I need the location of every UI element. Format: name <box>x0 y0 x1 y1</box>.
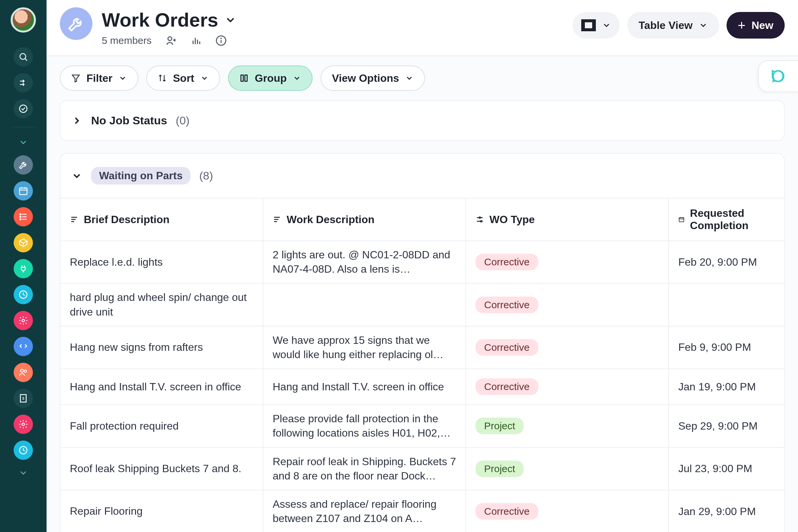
box-icon[interactable] <box>14 233 33 252</box>
filter-label: Filter <box>87 72 112 84</box>
page-title: Work Orders <box>102 8 218 31</box>
svg-point-4 <box>20 105 27 113</box>
cell-brief: Hang new signs from rafters <box>60 326 263 368</box>
svg-rect-36 <box>245 75 247 81</box>
check-circle-icon[interactable] <box>14 99 33 118</box>
analytics-icon[interactable] <box>191 35 202 46</box>
svg-point-17 <box>22 319 25 322</box>
content-area: No Job Status (0) Waiting on Parts (8) B… <box>46 100 798 532</box>
group-header[interactable]: Waiting on Parts (8) <box>60 154 784 198</box>
cell-brief: Hang and Install T.V. screen in office <box>60 369 263 404</box>
gear2-icon[interactable] <box>14 415 33 434</box>
cell-type: Project <box>466 448 669 490</box>
cell-completion <box>669 284 784 325</box>
gear-icon[interactable] <box>14 311 33 330</box>
cell-work: Please provide fall protection in the fo… <box>263 405 466 447</box>
col-work[interactable]: Work Description <box>263 198 466 241</box>
chevron-down-icon[interactable] <box>14 136 33 149</box>
type-tag: Corrective <box>475 378 538 395</box>
users-icon[interactable] <box>14 363 33 382</box>
info-icon[interactable] <box>215 35 227 46</box>
members-count[interactable]: 5 members <box>102 35 152 46</box>
wrench-icon <box>60 7 92 40</box>
swap-icon[interactable] <box>14 337 33 356</box>
cell-brief: Fall protection required <box>60 405 263 447</box>
chevron-down-icon <box>71 170 82 182</box>
svg-point-33 <box>221 38 221 39</box>
group-no-status: No Job Status (0) <box>60 100 785 141</box>
col-completion[interactable]: Requested Completion <box>669 198 784 241</box>
filter-button[interactable]: Filter <box>60 65 138 91</box>
svg-point-47 <box>480 221 482 222</box>
col-type[interactable]: WO Type <box>466 198 669 241</box>
page-header: Work Orders 5 members <box>46 0 798 56</box>
svg-point-9 <box>20 214 21 215</box>
table-row[interactable]: Repair FlooringAssess and replace/ repai… <box>60 491 784 532</box>
svg-text:$: $ <box>22 396 25 400</box>
svg-rect-5 <box>20 188 27 194</box>
cell-completion: Sep 29, 9:00 PM <box>669 405 784 447</box>
cell-type: Corrective <box>466 491 669 532</box>
col-brief[interactable]: Brief Description <box>60 198 263 241</box>
cell-type: Corrective <box>466 369 669 404</box>
receipt-icon[interactable]: $ <box>14 389 33 408</box>
type-tag: Corrective <box>475 339 538 356</box>
avatar[interactable] <box>11 7 36 33</box>
wrench-icon[interactable] <box>14 155 33 174</box>
cell-type: Corrective <box>466 326 669 368</box>
comments-button[interactable] <box>758 60 798 92</box>
type-tag: Corrective <box>475 254 538 270</box>
group-count: (0) <box>176 114 190 127</box>
layout-selector[interactable] <box>573 12 620 39</box>
group-label: Group <box>255 72 287 84</box>
cell-work: Repair roof leak in Shipping. Buckets 7 … <box>263 448 466 490</box>
forward-icon[interactable] <box>14 73 33 92</box>
table-row[interactable]: Roof leak Shipping Buckets 7 and 8.Repai… <box>60 448 784 491</box>
type-tag: Corrective <box>475 503 538 520</box>
cell-type: Corrective <box>466 241 669 283</box>
view-label: Table View <box>639 19 692 32</box>
svg-point-13 <box>20 219 21 220</box>
search-icon[interactable] <box>14 47 33 66</box>
list-icon[interactable] <box>14 207 33 226</box>
cell-work: Hang and Install T.V. screen in office <box>263 369 466 404</box>
table-row[interactable]: Replace l.e.d. lights2 lights are out. @… <box>60 241 784 284</box>
svg-point-44 <box>479 217 480 218</box>
cell-work: Assess and replace/ repair flooring betw… <box>263 491 466 532</box>
nav-rail: $ <box>0 0 46 532</box>
chevron-down-icon[interactable] <box>224 14 237 26</box>
table-header: Brief Description Work Description WO Ty… <box>60 198 784 241</box>
group-button[interactable]: Group <box>228 65 312 91</box>
add-member-icon[interactable] <box>166 35 177 46</box>
plug-icon[interactable] <box>14 259 33 278</box>
table-row[interactable]: Hang new signs from raftersWe have appro… <box>60 326 784 369</box>
main-area: Work Orders 5 members <box>46 0 798 532</box>
type-tag: Corrective <box>475 297 538 313</box>
group-waiting-parts: Waiting on Parts (8) Brief Description W… <box>60 153 785 532</box>
chevron-down-icon[interactable] <box>14 467 33 479</box>
type-tag: Project <box>475 418 524 434</box>
group-label: No Job Status <box>91 114 167 127</box>
cell-work <box>263 284 466 325</box>
svg-rect-35 <box>241 75 243 81</box>
cell-completion: Feb 9, 9:00 PM <box>669 326 784 368</box>
cell-brief: Roof leak Shipping Buckets 7 and 8. <box>60 448 263 490</box>
table-row[interactable]: hard plug and wheel spin/ change out dri… <box>60 284 784 326</box>
type-tag: Project <box>475 460 524 477</box>
svg-point-11 <box>20 216 21 217</box>
view-selector[interactable]: Table View <box>627 12 719 39</box>
new-button[interactable]: + New <box>726 12 785 39</box>
table-row[interactable]: Hang and Install T.V. screen in officeHa… <box>60 369 784 405</box>
clock2-icon[interactable] <box>14 440 33 460</box>
clock-icon[interactable] <box>14 285 33 304</box>
cell-completion: Jul 23, 9:00 PM <box>669 448 784 490</box>
calendar-icon[interactable] <box>14 181 33 201</box>
rail-separator <box>11 127 35 127</box>
svg-point-18 <box>21 369 24 373</box>
group-header[interactable]: No Job Status (0) <box>60 101 784 140</box>
cell-work: 2 lights are out. @ NC01-2-08DD and NA07… <box>263 241 466 283</box>
table-row[interactable]: Fall protection requiredPlease provide f… <box>60 405 784 448</box>
view-options-button[interactable]: View Options <box>321 65 425 91</box>
chevron-right-icon <box>71 115 82 126</box>
sort-button[interactable]: Sort <box>146 65 220 91</box>
